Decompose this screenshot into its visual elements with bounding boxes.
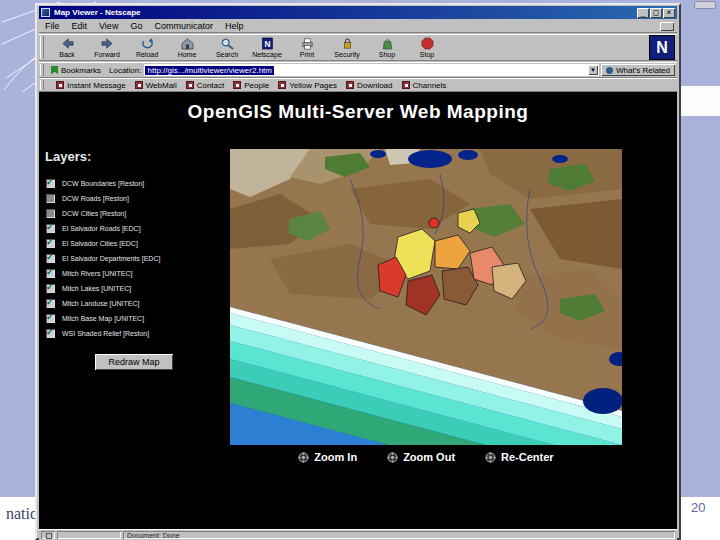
print-button[interactable]: Print	[287, 35, 327, 60]
print-icon	[300, 37, 315, 50]
search-icon	[220, 37, 235, 50]
personal-item-webmail[interactable]: WebMail	[135, 81, 177, 90]
layer-checkbox[interactable]	[46, 299, 55, 308]
re-center-control[interactable]: Re-Center	[485, 451, 554, 463]
personal-item-contact[interactable]: Contact	[186, 81, 225, 90]
zoom-in-label: Zoom In	[314, 451, 357, 463]
layer-checkbox[interactable]	[46, 314, 55, 323]
layer-label: El Salvador Roads [EDC]	[62, 225, 141, 232]
security-status-icon[interactable]	[41, 531, 55, 539]
layer-checkbox[interactable]	[46, 254, 55, 263]
contact-icon	[186, 81, 194, 89]
zoom-in-control[interactable]: Zoom In	[298, 451, 357, 463]
redraw-map-button[interactable]: Redraw Map	[95, 354, 173, 370]
location-input[interactable]: http://gis.../multiviewer/viewer2.htm ▼	[144, 64, 599, 76]
webmail-label: WebMail	[146, 81, 177, 90]
netscape-button[interactable]: N Netscape	[247, 35, 287, 60]
layer-checkbox[interactable]	[46, 269, 55, 278]
location-toolbar-grip[interactable]	[40, 64, 45, 76]
window-title: Map Viewer - Netscape	[54, 8, 636, 17]
personal-item-instant-message[interactable]: Instant Message	[56, 81, 126, 90]
personal-item-people[interactable]: People	[233, 81, 269, 90]
layer-label: El Salvador Cities [EDC]	[62, 240, 138, 247]
layer-checkbox[interactable]	[46, 239, 55, 248]
bookmarks-label: Bookmarks	[61, 66, 101, 75]
netscape-titlebar-icon	[41, 8, 50, 17]
menu-communicator[interactable]: Communicator	[148, 21, 219, 31]
channels-icon	[402, 81, 410, 89]
search-label: Search	[216, 51, 238, 58]
status-bar: Document: Done	[39, 529, 677, 540]
forward-button[interactable]: Forward	[87, 35, 127, 60]
zoom-out-control[interactable]: Zoom Out	[387, 451, 455, 463]
layer-row: DCW Boundaries [Reston]	[46, 176, 228, 191]
layer-row: WSI Shaded Relief [Reston]	[46, 326, 228, 341]
map-image[interactable]	[230, 149, 622, 445]
slide-corner-widget	[694, 1, 716, 9]
webmail-icon	[135, 81, 143, 89]
download-icon	[346, 81, 354, 89]
slide: natio 20 Map Viewer - Netscape _ □ × Fil…	[0, 0, 720, 540]
yellow-pages-label: Yellow Pages	[289, 81, 337, 90]
layer-checkbox[interactable]	[46, 179, 55, 188]
reload-button[interactable]: Reload	[127, 35, 167, 60]
map-controls: Zoom In Zoom Out Re-Center	[230, 451, 622, 463]
stop-label: Stop	[420, 51, 434, 58]
zoom-out-label: Zoom Out	[403, 451, 455, 463]
layers-heading: Layers:	[45, 149, 91, 164]
shopping-bag-icon	[380, 37, 395, 50]
menu-view[interactable]: View	[93, 21, 124, 31]
layer-checkbox[interactable]	[46, 194, 55, 203]
menu-spacer	[660, 22, 674, 31]
maximize-button[interactable]: □	[650, 8, 662, 18]
layer-label: DCW Boundaries [Reston]	[62, 180, 144, 187]
location-dropdown-icon[interactable]: ▼	[588, 65, 598, 75]
security-button[interactable]: Security	[327, 35, 367, 60]
status-message-area: Document: Done	[123, 531, 675, 539]
download-label: Download	[357, 81, 393, 90]
browser-window: Map Viewer - Netscape _ □ × File Edit Vi…	[35, 3, 681, 540]
menu-file[interactable]: File	[39, 21, 66, 31]
whats-related-button[interactable]: What's Related	[601, 64, 675, 76]
home-button[interactable]: Home	[167, 35, 207, 60]
location-toolbar: Bookmarks Location: http://gis.../multiv…	[39, 62, 677, 78]
menubar: File Edit View Go Communicator Help	[39, 20, 677, 33]
layer-checkbox[interactable]	[46, 284, 55, 293]
whats-related-icon	[606, 67, 613, 74]
personal-item-yellow-pages[interactable]: Yellow Pages	[278, 81, 337, 90]
bookmarks-button[interactable]: Bookmarks	[47, 64, 105, 76]
netscape-label: Netscape	[252, 51, 282, 58]
back-button[interactable]: Back	[47, 35, 87, 60]
toolbar-grip[interactable]	[40, 36, 45, 59]
shop-button[interactable]: Shop	[367, 35, 407, 60]
stop-icon	[420, 37, 435, 50]
personal-toolbar-grip[interactable]	[40, 80, 45, 90]
layer-row: DCW Roads [Reston]	[46, 191, 228, 206]
home-icon	[180, 37, 195, 50]
stop-button[interactable]: Stop	[407, 35, 447, 60]
menu-go[interactable]: Go	[124, 21, 148, 31]
status-text: Document: Done	[127, 532, 180, 539]
layer-row: Mitch Lakes [UNITEC]	[46, 281, 228, 296]
layer-row: El Salvador Cities [EDC]	[46, 236, 228, 251]
progress-bar	[57, 531, 121, 539]
whats-related-label: What's Related	[616, 66, 670, 75]
menu-edit[interactable]: Edit	[66, 21, 94, 31]
menu-help[interactable]: Help	[219, 21, 250, 31]
close-button[interactable]: ×	[663, 8, 675, 18]
layer-checkbox[interactable]	[46, 329, 55, 338]
reload-label: Reload	[136, 51, 158, 58]
personal-item-download[interactable]: Download	[346, 81, 393, 90]
netscape-logo[interactable]: N	[649, 35, 675, 60]
layer-checkbox[interactable]	[46, 209, 55, 218]
layer-label: DCW Roads [Reston]	[62, 195, 129, 202]
layer-checkbox[interactable]	[46, 224, 55, 233]
location-url: http://gis.../multiviewer/viewer2.htm	[145, 66, 273, 75]
channels-label: Channels	[413, 81, 447, 90]
search-button[interactable]: Search	[207, 35, 247, 60]
titlebar[interactable]: Map Viewer - Netscape _ □ ×	[39, 6, 677, 19]
map-viewport[interactable]	[230, 149, 622, 445]
personal-item-channels[interactable]: Channels	[402, 81, 447, 90]
shop-label: Shop	[379, 51, 395, 58]
minimize-button[interactable]: _	[637, 8, 649, 18]
